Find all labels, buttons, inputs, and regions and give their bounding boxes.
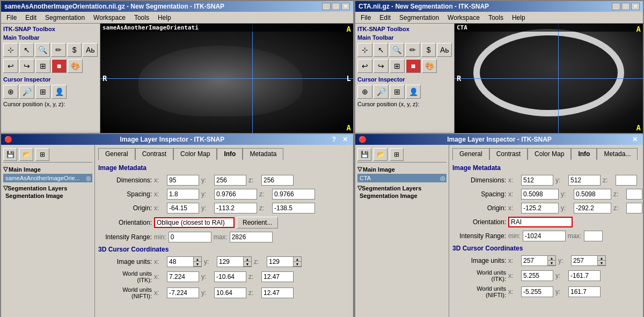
left-iu-z-input[interactable] bbox=[267, 256, 294, 267]
left-insp-save-btn[interactable]: 💾 bbox=[3, 148, 17, 161]
right-tab-info[interactable]: Info bbox=[571, 148, 597, 160]
right-tab-metadata[interactable]: Metada... bbox=[597, 148, 638, 160]
left-dimensions-y-input[interactable] bbox=[214, 175, 246, 186]
menu-help[interactable]: Help bbox=[155, 13, 174, 22]
left-tab-general[interactable]: General bbox=[98, 148, 135, 160]
left-iu-x-up[interactable]: ▲ bbox=[194, 257, 201, 262]
menu-tools[interactable]: Tools bbox=[131, 13, 152, 22]
redo-btn[interactable]: ↪ bbox=[19, 59, 34, 73]
left-tab-colormap[interactable]: Color Map bbox=[173, 148, 217, 160]
draw-tool-btn[interactable]: ✏ bbox=[51, 43, 66, 57]
layers-btn[interactable]: ⊞ bbox=[35, 59, 50, 73]
right-menu-tools[interactable]: Tools bbox=[485, 13, 507, 22]
left-reorient-button[interactable]: Reorient... bbox=[237, 217, 278, 228]
text-tool-btn[interactable]: Aь bbox=[83, 43, 98, 57]
right-insp-open-btn[interactable]: 📂 bbox=[374, 148, 387, 161]
left-main-image-layer-item[interactable]: sameAsAnotherImageOrie... ◎ bbox=[3, 174, 92, 182]
left-iu-x-down[interactable]: ▼ bbox=[194, 262, 201, 267]
left-iu-y-input[interactable] bbox=[217, 256, 244, 267]
right-iu-x-input[interactable] bbox=[521, 255, 548, 266]
undo-btn[interactable]: ↩ bbox=[3, 59, 18, 73]
right-menu-file[interactable]: File bbox=[357, 13, 374, 22]
left-wnifti-x-input[interactable] bbox=[167, 287, 199, 298]
left-dimensions-z-input[interactable] bbox=[261, 175, 294, 186]
right-wnifti-y-input[interactable] bbox=[568, 286, 601, 297]
zoom-tool-btn[interactable]: 🔍 bbox=[35, 43, 50, 57]
right-menu-segmentation[interactable]: Segmentation bbox=[396, 13, 442, 22]
right-person-btn[interactable]: 👤 bbox=[406, 85, 421, 99]
right-undo-btn[interactable]: ↩ bbox=[357, 59, 372, 73]
right-spacing-x-input[interactable] bbox=[521, 189, 559, 200]
red-square-btn[interactable]: ■ bbox=[52, 59, 67, 73]
cursor-tool-btn[interactable]: ⊹ bbox=[3, 43, 18, 57]
right-text-tool-btn[interactable]: Aь bbox=[437, 43, 452, 57]
cursor-inspect-btn[interactable]: ⊕ bbox=[3, 85, 18, 99]
right-dollar-tool-btn[interactable]: $ bbox=[421, 43, 436, 57]
right-tab-contrast[interactable]: Contrast bbox=[489, 148, 528, 160]
right-search-btn[interactable]: 🔎 bbox=[374, 85, 389, 99]
dollar-tool-btn[interactable]: $ bbox=[67, 43, 82, 57]
left-iu-x-input[interactable] bbox=[167, 256, 194, 267]
right-origin-y-input[interactable] bbox=[574, 203, 611, 213]
right-inspector-close-icon[interactable]: ✕ bbox=[630, 136, 640, 143]
right-grid-btn[interactable]: ⊞ bbox=[390, 85, 405, 99]
right-zoom-tool-btn[interactable]: 🔍 bbox=[389, 43, 404, 57]
right-menu-workspace[interactable]: Workspace bbox=[444, 13, 483, 22]
right-minimize-button[interactable]: _ bbox=[612, 3, 620, 10]
left-wnifti-y-input[interactable] bbox=[214, 287, 246, 298]
right-layers-btn[interactable]: ⊞ bbox=[390, 59, 405, 73]
right-close-button[interactable]: ✕ bbox=[631, 3, 640, 10]
right-insp-settings-btn[interactable]: ⊞ bbox=[390, 148, 404, 161]
right-insp-save-btn[interactable]: 💾 bbox=[357, 148, 371, 161]
menu-file[interactable]: File bbox=[3, 13, 20, 22]
right-dimensions-z-input[interactable] bbox=[616, 175, 637, 186]
right-iu-y-down[interactable]: ▼ bbox=[598, 261, 605, 266]
left-image-viewport[interactable]: sameAsAnotherImageOrientati A R L A bbox=[100, 24, 353, 133]
right-draw-tool-btn[interactable]: ✏ bbox=[405, 43, 420, 57]
left-iu-y-up[interactable]: ▲ bbox=[244, 257, 251, 262]
right-tab-colormap[interactable]: Color Map bbox=[528, 148, 571, 160]
menu-edit[interactable]: Edit bbox=[22, 13, 40, 22]
right-pan-tool-btn[interactable]: ↖ bbox=[374, 43, 389, 57]
maximize-button[interactable]: □ bbox=[332, 3, 340, 10]
left-iu-y-down[interactable]: ▼ bbox=[244, 262, 251, 267]
left-origin-x-input[interactable] bbox=[167, 203, 199, 213]
right-tab-general[interactable]: General bbox=[452, 148, 489, 160]
search-btn[interactable]: 🔎 bbox=[19, 85, 34, 99]
right-spacing-y-input[interactable] bbox=[574, 189, 611, 200]
left-spacing-x-input[interactable] bbox=[167, 189, 199, 200]
right-red-square-btn[interactable]: ■ bbox=[406, 59, 421, 73]
left-inspector-close-icon[interactable]: ✕ bbox=[340, 136, 350, 143]
right-origin-x-input[interactable] bbox=[521, 203, 559, 213]
right-redo-btn[interactable]: ↪ bbox=[374, 59, 389, 73]
left-tab-metadata[interactable]: Metadata bbox=[243, 148, 283, 160]
person-btn[interactable]: 👤 bbox=[52, 85, 67, 99]
left-origin-y-input[interactable] bbox=[214, 203, 257, 213]
right-iu-y-up[interactable]: ▲ bbox=[598, 256, 605, 261]
right-witk-x-input[interactable] bbox=[521, 270, 553, 281]
right-main-image-layer-item[interactable]: CTA ◎ bbox=[357, 174, 447, 182]
close-button[interactable]: ✕ bbox=[341, 3, 350, 10]
left-tab-contrast[interactable]: Contrast bbox=[135, 148, 173, 160]
left-dimensions-x-input[interactable] bbox=[167, 175, 199, 186]
left-intensity-min-input[interactable] bbox=[169, 232, 211, 242]
right-image-viewport[interactable]: CTA A R A bbox=[455, 24, 643, 133]
left-spacing-y-input[interactable] bbox=[214, 189, 257, 200]
right-orientation-input[interactable] bbox=[508, 217, 573, 227]
right-intensity-min-input[interactable] bbox=[523, 231, 566, 241]
palette-btn[interactable]: 🎨 bbox=[68, 59, 83, 73]
left-intensity-max-input[interactable] bbox=[230, 232, 273, 242]
right-menu-help[interactable]: Help bbox=[509, 13, 529, 22]
right-spacing-z-input[interactable] bbox=[626, 189, 642, 200]
right-maximize-button[interactable]: □ bbox=[621, 3, 630, 10]
left-inspector-question[interactable]: ? bbox=[330, 136, 338, 143]
right-palette-btn[interactable]: 🎨 bbox=[422, 59, 437, 73]
right-cursor-inspect-btn[interactable]: ⊕ bbox=[357, 85, 372, 99]
right-witk-y-input[interactable] bbox=[568, 270, 601, 281]
right-cursor-tool-btn[interactable]: ⊹ bbox=[357, 43, 372, 57]
left-spacing-z-input[interactable] bbox=[272, 189, 315, 200]
left-witk-x-input[interactable] bbox=[167, 271, 199, 282]
grid-btn[interactable]: ⊞ bbox=[35, 85, 50, 99]
left-insp-settings-btn[interactable]: ⊞ bbox=[35, 148, 49, 161]
left-insp-open-btn[interactable]: 📂 bbox=[19, 148, 33, 161]
